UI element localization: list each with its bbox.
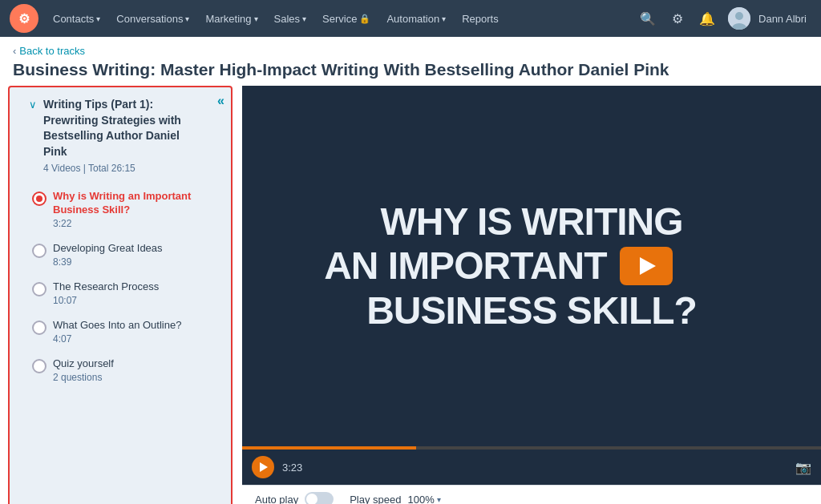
- hubspot-logo[interactable]: ⚙: [10, 4, 38, 33]
- nav-item-reports[interactable]: Reports: [455, 0, 505, 37]
- playspeed-label: Play speed: [350, 494, 401, 505]
- page-title: Business Writing: Master High-Impact Wri…: [0, 58, 821, 86]
- video-timestamp: 3:23: [282, 462, 302, 474]
- avatar[interactable]: [728, 7, 750, 30]
- video-circle-4: [32, 359, 47, 373]
- section-title: Writing Tips (Part 1): Prewriting Strate…: [43, 97, 202, 159]
- video-circle-active: [32, 192, 47, 206]
- search-icon-btn[interactable]: 🔍: [633, 0, 662, 37]
- autoplay-toggle[interactable]: [305, 492, 334, 504]
- video-list: Why is Writing an Important Business Ski…: [10, 180, 231, 398]
- lock-icon: 🔒: [359, 14, 370, 24]
- video-item-4[interactable]: Quiz yourself 2 questions: [32, 351, 221, 389]
- video-frame[interactable]: WHY IS WRITING AN IMPORTANT AN BUSINESS …: [242, 86, 821, 446]
- video-item-title-2: The Research Process: [53, 280, 159, 294]
- video-item-title-0: Why is Writing an Important Business Ski…: [53, 190, 221, 217]
- playback-controls-bar: Auto play Play speed 100% ▾: [242, 485, 821, 504]
- notifications-icon-btn[interactable]: 🔔: [693, 0, 722, 37]
- video-item-3[interactable]: What Goes Into an Outline? 4:07: [32, 312, 221, 351]
- video-circle-1: [32, 244, 47, 258]
- control-play-icon: [260, 462, 268, 472]
- top-nav: ⚙ Contacts▾ Conversations▾ Marketing▾ Sa…: [0, 0, 821, 37]
- video-item-1[interactable]: Developing Great Ideas 8:39: [32, 236, 221, 274]
- play-triangle-icon: [640, 257, 656, 275]
- nav-item-automation[interactable]: Automation▾: [380, 0, 452, 37]
- playspeed-selector[interactable]: 100% ▾: [408, 494, 441, 505]
- video-item-duration-4: 2 questions: [53, 372, 114, 383]
- nav-item-service[interactable]: Service🔒: [316, 0, 377, 37]
- video-item-title-4: Quiz yourself: [53, 357, 114, 371]
- instagram-icon[interactable]: 📷: [795, 460, 811, 475]
- playspeed-value: 100%: [408, 494, 435, 505]
- settings-icon-btn[interactable]: ⚙: [665, 0, 690, 37]
- video-item-duration-2: 10:07: [53, 295, 159, 306]
- main-layout: « ∨ Writing Tips (Part 1): Prewriting St…: [0, 86, 821, 504]
- section-meta: 4 Videos | Total 26:15: [10, 163, 231, 180]
- breadcrumb-link[interactable]: Back to tracks: [19, 45, 85, 57]
- control-play-button[interactable]: [252, 456, 274, 478]
- svg-point-3: [735, 12, 743, 20]
- video-content: WHY IS WRITING AN IMPORTANT AN BUSINESS …: [242, 86, 821, 504]
- video-item-duration-3: 4:07: [53, 333, 181, 345]
- breadcrumb-arrow: ‹: [13, 45, 16, 57]
- sidebar-collapse-btn[interactable]: «: [217, 94, 224, 108]
- playspeed-chevron-icon: ▾: [437, 495, 441, 504]
- svg-text:⚙: ⚙: [18, 12, 30, 26]
- video-item-title-3: What Goes Into an Outline?: [53, 319, 181, 333]
- video-circle-2: [32, 282, 47, 296]
- autoplay-label: Auto play: [255, 494, 298, 505]
- video-item-duration-0: 3:22: [53, 218, 221, 229]
- section-chevron: ∨: [29, 99, 37, 111]
- video-item-duration-1: 8:39: [53, 256, 163, 268]
- video-bg-text: WHY IS WRITING AN IMPORTANT AN BUSINESS …: [324, 200, 739, 333]
- nav-item-conversations[interactable]: Conversations▾: [110, 0, 196, 37]
- video-item-title-1: Developing Great Ideas: [53, 242, 163, 256]
- nav-item-contacts[interactable]: Contacts▾: [47, 0, 107, 37]
- breadcrumb: ‹ Back to tracks: [0, 37, 821, 58]
- user-name[interactable]: Dann Albri: [754, 13, 811, 25]
- play-overlay[interactable]: [620, 247, 673, 285]
- nav-item-sales[interactable]: Sales▾: [268, 0, 313, 37]
- video-item-2[interactable]: The Research Process 10:07: [32, 274, 221, 312]
- sidebar: « ∨ Writing Tips (Part 1): Prewriting St…: [8, 86, 233, 504]
- video-controls: 3:23 📷: [242, 450, 821, 485]
- nav-item-marketing[interactable]: Marketing▾: [199, 0, 264, 37]
- video-item-0[interactable]: Why is Writing an Important Business Ski…: [32, 183, 221, 236]
- video-circle-3: [32, 321, 47, 335]
